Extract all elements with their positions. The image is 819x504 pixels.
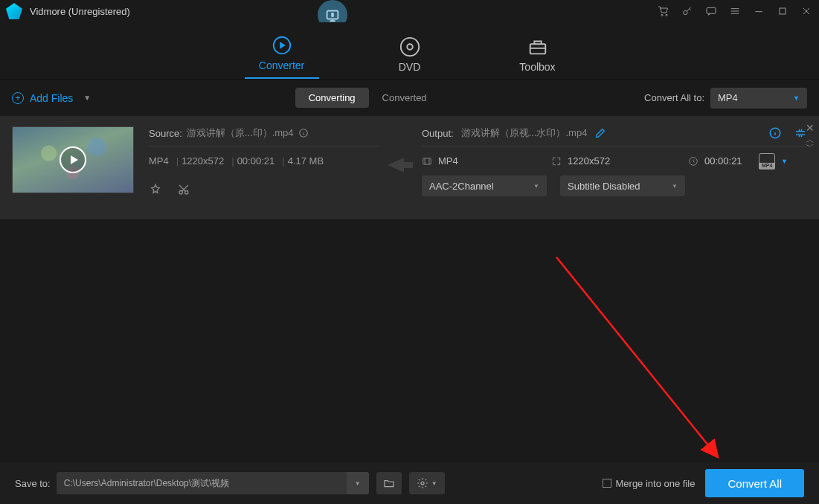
subbar: + Add Files ▼ Converting Converted Conve…: [0, 79, 819, 116]
convert-all-button[interactable]: Convert All: [705, 469, 804, 497]
resolution-icon: [551, 156, 562, 167]
minimize-icon[interactable]: [752, 4, 765, 18]
edit-icon[interactable]: [594, 127, 606, 139]
add-files-button[interactable]: + Add Files ▼: [12, 92, 91, 104]
svg-rect-14: [423, 158, 431, 164]
close-icon[interactable]: [800, 4, 813, 18]
save-to-label: Save to:: [15, 478, 51, 489]
video-thumbnail[interactable]: [12, 126, 134, 193]
output-filename: 游戏讲解（原视...水印）.mp4: [461, 126, 588, 140]
output-column: Output: 游戏讲解（原视...水印）.mp4 MP4 1220x572 0…: [422, 126, 807, 209]
convert-all-to: Convert All to: MP4 ▼: [644, 88, 807, 109]
output-label: Output:: [422, 128, 454, 139]
titlebar: Vidmore (Unregistered): [0, 0, 819, 22]
tab-toolbox[interactable]: Toolbox: [501, 36, 575, 79]
feedback-icon[interactable]: [704, 4, 718, 18]
remove-file-icon[interactable]: ✕: [806, 122, 815, 134]
src-size: 4.17 MB: [279, 155, 324, 167]
output-format-select[interactable]: MP4 ▼: [710, 88, 807, 109]
svg-point-2: [684, 10, 687, 14]
chevron-down-icon: ▼: [793, 94, 800, 102]
status-tabs: Converting Converted: [295, 88, 440, 108]
dvd-icon: [399, 36, 421, 58]
tab-dvd-label: DVD: [399, 61, 421, 73]
tab-toolbox-label: Toolbox: [519, 61, 555, 73]
format-badge: MP4: [759, 153, 775, 169]
src-duration: 00:00:21: [228, 155, 274, 167]
chevron-down-icon: ▼: [533, 183, 539, 190]
effects-icon[interactable]: [149, 183, 162, 196]
src-format: MP4: [149, 155, 169, 167]
tab-converter-label: Converter: [259, 59, 304, 71]
source-filename: 游戏讲解（原...印）.mp4: [187, 126, 294, 140]
save-path-input[interactable]: C:\Users\Administrator\Desktop\测试\视频 ▼: [57, 472, 369, 494]
open-folder-button[interactable]: [376, 472, 402, 494]
source-meta: MP4 1220x572 00:00:21 4.17 MB: [149, 155, 379, 167]
svg-point-7: [400, 38, 418, 56]
tab-dvd[interactable]: DVD: [373, 36, 447, 79]
converter-icon: [271, 34, 293, 56]
cart-icon[interactable]: [657, 4, 670, 18]
out-format: MP4: [438, 155, 458, 167]
row-format-picker[interactable]: MP4 ▼: [759, 153, 788, 169]
arrow-icon: [379, 156, 422, 174]
maximize-icon[interactable]: [776, 4, 789, 18]
menu-icon[interactable]: [728, 4, 742, 18]
out-resolution: 1220x572: [568, 155, 610, 167]
out-duration: 00:00:21: [704, 155, 742, 167]
tab-converted[interactable]: Converted: [369, 88, 440, 108]
source-column: Source: 游戏讲解（原...印）.mp4 MP4 1220x572 00:…: [149, 126, 379, 209]
play-icon[interactable]: [60, 146, 86, 173]
subtitle-select[interactable]: Subtitle Disabled ▼: [560, 175, 685, 196]
audio-value: AAC-2Channel: [429, 181, 494, 192]
main-nav: Converter DVD Toolbox: [0, 22, 819, 79]
media-info-icon[interactable]: [768, 126, 782, 140]
svg-point-8: [407, 44, 413, 50]
svg-point-0: [661, 14, 663, 16]
plus-icon: +: [12, 92, 24, 104]
tab-converter[interactable]: Converter: [245, 34, 319, 79]
convert-all-to-label: Convert All to:: [644, 92, 704, 103]
video-icon: [422, 156, 432, 167]
info-icon[interactable]: [298, 128, 309, 138]
path-dropdown[interactable]: ▼: [347, 472, 369, 494]
subtitle-value: Subtitle Disabled: [568, 181, 640, 192]
source-label: Source:: [149, 128, 182, 139]
empty-area: [0, 220, 819, 458]
svg-point-1: [666, 14, 667, 16]
svg-rect-4: [780, 8, 786, 14]
app-logo: [6, 3, 22, 19]
merge-label: Merge into one file: [616, 478, 696, 489]
key-icon[interactable]: [681, 4, 694, 18]
save-path-value: C:\Users\Administrator\Desktop\测试\视频: [64, 477, 341, 490]
checkbox-icon: [603, 479, 611, 488]
convert-all-label: Convert All: [728, 477, 782, 490]
add-files-label: Add Files: [30, 92, 73, 104]
reorder-handle[interactable]: ︿﹀: [806, 137, 815, 150]
svg-point-17: [421, 482, 424, 485]
chevron-down-icon[interactable]: ▼: [83, 94, 91, 102]
toolbox-icon: [527, 36, 549, 58]
output-format-value: MP4: [718, 92, 738, 103]
file-row: Source: 游戏讲解（原...印）.mp4 MP4 1220x572 00:…: [0, 116, 819, 220]
chevron-down-icon[interactable]: ▼: [781, 158, 788, 165]
file-list: Source: 游戏讲解（原...印）.mp4 MP4 1220x572 00:…: [0, 116, 819, 220]
cut-icon[interactable]: [177, 183, 190, 196]
app-title: Vidmore (Unregistered): [30, 6, 130, 17]
tab-converting[interactable]: Converting: [295, 88, 369, 108]
clock-icon: [688, 156, 698, 167]
audio-select[interactable]: AAC-2Channel ▼: [422, 175, 547, 196]
chevron-down-icon: ▼: [672, 183, 678, 190]
footer: Save to: C:\Users\Administrator\Desktop\…: [0, 462, 819, 504]
src-resolution: 1220x572: [173, 155, 225, 167]
settings-button[interactable]: ▼: [409, 472, 445, 494]
merge-checkbox[interactable]: Merge into one file: [603, 478, 696, 489]
